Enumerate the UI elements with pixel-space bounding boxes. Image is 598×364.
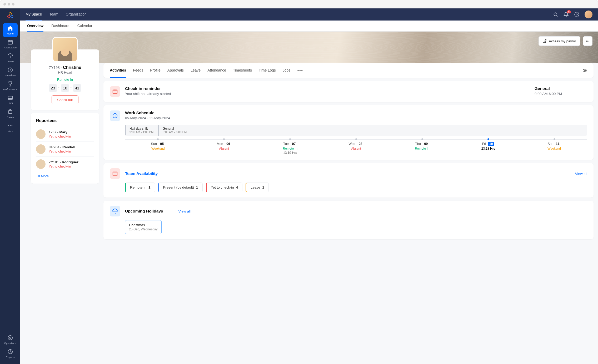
sidebar-label: Leave [7,60,14,63]
schedule-title: Work Schedule [125,110,170,115]
sidebar-item-attendance[interactable]: Attendance [3,37,18,51]
activity-tabs-card: ActivitiesFeedsProfileApprovalsLeaveAtte… [103,63,594,78]
schedule-day[interactable]: Mon 06Absent [191,138,257,155]
leave-icon [7,53,13,59]
sidebar-item-leave[interactable]: Leave [3,51,18,65]
sidebar-item-reports[interactable]: Reports [3,347,18,361]
availability-pill[interactable]: Present (by default) 1 [158,183,203,192]
svg-point-10 [8,336,13,340]
activity-tab-timesheets[interactable]: Timesheets [233,63,252,78]
profile-status: Remote In [36,78,94,82]
reportees-card: Reportees 1237 - MaryYet to check-inHR20… [31,113,99,184]
activity-tab-feeds[interactable]: Feeds [133,63,143,78]
schedule-day[interactable]: Sun 05Weekend [125,138,191,155]
activity-tab-profile[interactable]: Profile [150,63,161,78]
profile-card: ZY198 - Christine HR Head Remote In 23 :… [31,49,99,110]
svg-rect-18 [113,90,117,94]
reportee-avatar [36,144,46,154]
activity-tab-jobs[interactable]: Jobs [283,63,291,78]
bell-icon[interactable]: 6 [564,12,569,17]
svg-point-11 [9,337,11,338]
checkin-title: Check-in reminder [125,86,530,91]
svg-rect-3 [8,41,13,44]
sidebar-item-home[interactable]: Home [3,23,18,37]
svg-point-13 [554,13,557,16]
sidebar-label: Home [7,32,13,35]
reportee-item[interactable]: ZY181 - RodriguezYet to check-in [36,157,94,171]
sidebar-item-operations[interactable]: Operations [3,333,18,347]
reportee-name: ZY181 - Rodriguez [49,160,78,164]
subnav: OverviewDashboardCalendar [20,21,598,32]
availability-viewall[interactable]: View all [575,172,587,176]
sidebar-item-lms[interactable]: LMS [3,93,18,107]
reportee-avatar [36,129,46,139]
more-tabs-icon[interactable]: ••• [297,68,303,73]
schedule-day[interactable]: Thu 09Remote In [389,138,455,155]
holidays-viewall[interactable]: View all [178,209,191,213]
topnav-tab-my space[interactable]: My Space [26,8,42,21]
subnav-tab-overview[interactable]: Overview [27,21,43,32]
schedule-day[interactable]: Wed 08Absent [323,138,389,155]
sidebar-item-performance[interactable]: Performance [3,79,18,93]
sidebar-label: Timesheet [4,74,16,77]
svg-point-2 [11,15,13,18]
availability-pill[interactable]: Remote In 1 [125,183,155,192]
activity-tab-activities[interactable]: Activities [110,63,126,78]
upcoming-holidays-card: Upcoming Holidays View all Christmas 25-… [103,201,594,239]
checkin-shift-time: 9:00 AM-6:00 PM [535,92,587,96]
subnav-tab-dashboard[interactable]: Dashboard [51,21,69,32]
reportee-item[interactable]: HR204 - RandallYet to check-in [36,142,94,157]
availability-pill[interactable]: Leave 1 [246,183,269,192]
reportee-name: HR204 - Randall [49,145,75,149]
svg-point-1 [8,15,10,18]
reports-icon [7,349,13,355]
availability-icon [110,168,120,179]
schedule-day[interactable]: Tue 07Remote In13:19 Hrs [257,138,323,155]
profile-name: Christine [63,65,81,70]
reportee-item[interactable]: 1237 - MaryYet to check-in [36,127,94,142]
activity-tab-leave[interactable]: Leave [191,63,201,78]
subnav-tab-calendar[interactable]: Calendar [77,21,92,32]
svg-point-0 [9,13,11,15]
activity-tab-approvals[interactable]: Approvals [167,63,184,78]
search-icon[interactable] [553,12,558,17]
shift-pill: Half day shift9:00 AM - 1:00 PM [125,125,157,136]
activity-tab-time logs[interactable]: Time Logs [259,63,276,78]
sidebar-item-cases[interactable]: Cases [3,107,18,121]
notif-badge: 6 [567,10,571,13]
reportees-more[interactable]: +8 More [36,174,49,178]
svg-point-9 [12,125,13,126]
svg-point-7 [8,125,9,126]
sidebar-item-more[interactable]: More [3,121,18,135]
tab-filter-icon[interactable] [582,68,587,73]
checkout-button[interactable]: Check-out [52,95,78,104]
availability-pill[interactable]: Yet to check-in 4 [206,183,242,192]
profile-role: HR Head [36,70,94,74]
topnav-tab-organization[interactable]: Organization [66,8,86,21]
sidebar-label: Reports [6,356,14,358]
gear-icon[interactable] [574,12,579,17]
svg-point-16 [586,70,586,71]
schedule-day[interactable]: Fri 1023:18 Hrs [455,138,521,155]
schedule-day[interactable]: Sat 11Weekend [521,138,587,155]
holiday-date: 25-Dec, Wednesday [129,228,158,231]
sidebar-item-timesheet[interactable]: Timesheet [3,65,18,79]
traffic-light-close[interactable] [3,3,6,6]
activity-tab-attendance[interactable]: Attendance [207,63,226,78]
user-avatar[interactable] [585,11,592,18]
traffic-light-max[interactable] [12,3,14,6]
traffic-light-min[interactable] [8,3,10,6]
svg-rect-5 [8,96,13,100]
topnav-tab-team[interactable]: Team [49,8,58,21]
home-icon [7,25,13,31]
team-availability-card: Team Availability View all Remote In 1Pr… [103,163,594,198]
holiday-item[interactable]: Christmas 25-Dec, Wednesday [125,220,162,234]
holidays-title: Upcoming Holidays [125,209,163,214]
availability-title[interactable]: Team Availability [125,171,158,176]
sidebar-label: Performance [3,88,17,91]
app-logo [7,12,14,19]
browser-chrome [0,0,598,8]
checkin-reminder-card: Check-in reminder Your shift has already… [103,81,594,102]
checkin-sub: Your shift has already started [125,92,530,96]
work-schedule-card: Work Schedule 05-May-2024 - 11-May-2024 … [103,105,594,160]
